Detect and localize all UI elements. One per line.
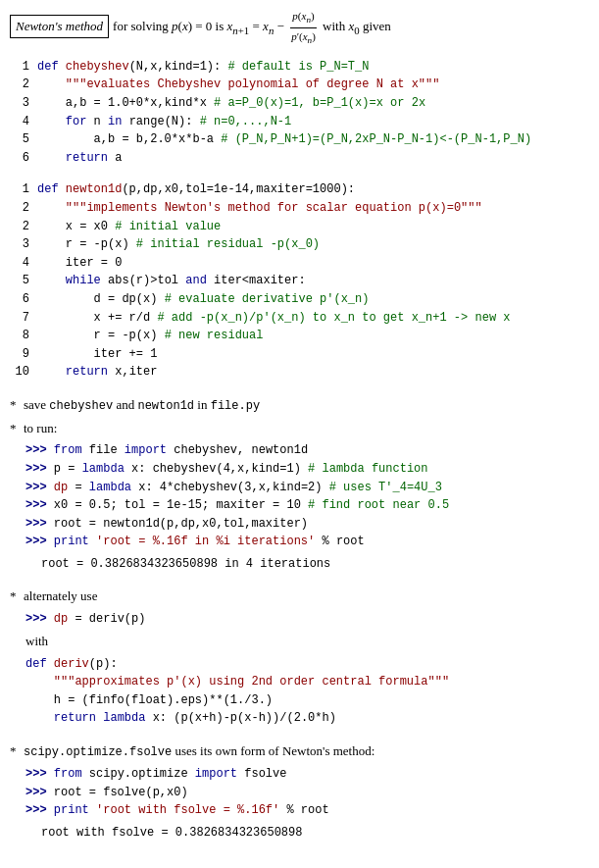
bullet-star-2: * xyxy=(10,419,20,438)
alt-commands: >>> dp = deriv(p) xyxy=(25,610,589,629)
code-line-2-5: 4 iter = 0 xyxy=(10,254,589,273)
code-line-2-11: 10 return x,iter xyxy=(10,363,589,382)
title-box: Newton's method xyxy=(10,15,109,38)
code-line-2-7: 6 d = dp(x) # evaluate derivative p'(x_n… xyxy=(10,290,589,309)
code-line-1-1: 1 def chebyshev(N,x,kind=1): # default i… xyxy=(10,58,589,77)
bullet-star-1: * xyxy=(10,395,20,415)
header: Newton's method for solving p(x) = 0 is … xyxy=(10,8,589,48)
fraction: p(xn) p′(xn) xyxy=(289,8,318,48)
bullet-alt-text: alternately use xyxy=(24,587,97,606)
deriv-line-1: def deriv(p): xyxy=(25,655,589,674)
code-line-2-4: 3 r = -p(x) # initial residual -p(x_0) xyxy=(10,235,589,254)
code-line-2-6: 5 while abs(r)>tol and iter<maxiter: xyxy=(10,272,589,290)
code-line-1-4: 4 for n in range(N): # n=0,...,N-1 xyxy=(10,113,589,131)
deriv-code: def deriv(p): """approximates p'(x) usin… xyxy=(25,655,589,728)
run-line-1: >>> from file import chebyshev, newton1d xyxy=(25,441,589,460)
run-commands: >>> from file import chebyshev, newton1d… xyxy=(25,441,589,573)
run-line-5: >>> root = newton1d(p,dp,x0,tol,maxiter) xyxy=(25,515,589,534)
bullet-run-text: to run: xyxy=(24,419,57,438)
code-line-2-10: 9 iter += 1 xyxy=(10,345,589,364)
bullet-save: * save chebyshev and newton1d in file.py xyxy=(10,395,589,415)
fsolve-line-2: >>> root = fsolve(p,x0) xyxy=(25,784,589,802)
bullet-scipy: * scipy.optimize.fsolve uses its own for… xyxy=(10,741,589,842)
bullet-star-4: * xyxy=(10,741,20,761)
bullet-save-text: save chebyshev and newton1d in file.py xyxy=(24,395,260,415)
deriv-line-4: return lambda x: (p(x+h)-p(x-h))/(2.0*h) xyxy=(25,709,589,728)
code-line-2-1: 1 def newton1d(p,dp,x0,tol=1e-14,maxiter… xyxy=(10,180,589,199)
code-line-2-3: 2 x = x0 # initial value xyxy=(10,218,589,236)
with-text: with xyxy=(25,632,589,651)
newton1d-code-block: 1 def newton1d(p,dp,x0,tol=1e-14,maxiter… xyxy=(10,180,589,382)
code-line-1-2: 2 """evaluates Chebyshev polynomial of d… xyxy=(10,76,589,94)
code-line-1-6: 6 return a xyxy=(10,149,589,168)
code-line-1-3: 3 a,b = 1.0+0*x,kind*x # a=P_0(x)=1, b=P… xyxy=(10,94,589,113)
code-line-2-8: 7 x += r/d # add -p(x_n)/p'(x_n) to x_n … xyxy=(10,309,589,328)
bullet-star-3: * xyxy=(10,587,20,606)
fsolve-line-3: >>> print 'root with fsolve = %.16f' % r… xyxy=(25,801,589,820)
code-line-2-9: 8 r = -p(x) # new residual xyxy=(10,327,589,345)
run-line-6: >>> print 'root = %.16f in %i iterations… xyxy=(25,533,589,551)
bullet-run: * to run: >>> from file import chebyshev… xyxy=(10,419,589,573)
result-1: root = 0.3826834323650898 in 4 iteration… xyxy=(41,555,589,573)
header-math: for solving p(x) = 0 is xn+1 = xn − p(xn… xyxy=(113,8,391,48)
deriv-line-3: h = (finfo(float).eps)**(1./3.) xyxy=(25,691,589,710)
code-line-1-5: 5 a,b = b,2.0*x*b-a # (P_N,P_N+1)=(P_N,2… xyxy=(10,130,589,149)
chebyshev-code-block: 1 def chebyshev(N,x,kind=1): # default i… xyxy=(10,58,589,168)
run-line-2: >>> p = lambda x: chebyshev(4,x,kind=1) … xyxy=(25,460,589,479)
fsolve-line-1: >>> from scipy.optimize import fsolve xyxy=(25,765,589,784)
bullet-scipy-text: scipy.optimize.fsolve uses its own form … xyxy=(24,741,374,761)
alt-line-1: >>> dp = deriv(p) xyxy=(25,610,589,629)
run-line-4: >>> x0 = 0.5; tol = 1e-15; maxiter = 10 … xyxy=(25,496,589,515)
run-line-3: >>> dp = lambda x: 4*chebyshev(3,x,kind=… xyxy=(25,479,589,497)
code-line-2-2: 2 """implements Newton's method for scal… xyxy=(10,199,589,218)
result-2: root with fsolve = 0.3826834323650898 xyxy=(41,824,589,842)
fsolve-commands: >>> from scipy.optimize import fsolve >>… xyxy=(25,765,589,842)
bullet-alt: * alternately use >>> dp = deriv(p) with… xyxy=(10,587,589,728)
deriv-line-2: """approximates p'(x) using 2nd order ce… xyxy=(25,673,589,691)
